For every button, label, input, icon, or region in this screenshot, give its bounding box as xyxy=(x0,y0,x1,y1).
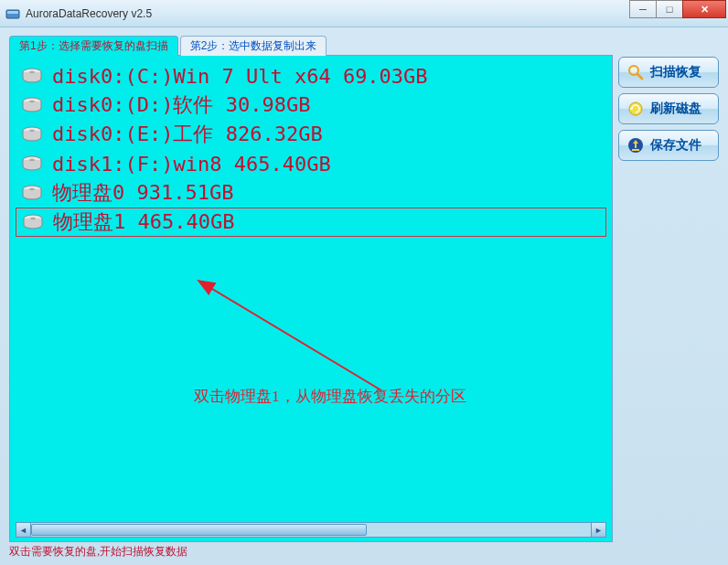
list-item[interactable]: disk0:(D:)软件 30.98GB xyxy=(16,91,606,120)
scroll-left-button[interactable]: ◄ xyxy=(16,522,31,538)
annotation-text: 双击物理盘1，从物理盘恢复丢失的分区 xyxy=(194,386,466,407)
svg-point-11 xyxy=(29,188,35,190)
svg-point-3 xyxy=(29,71,35,73)
svg-point-9 xyxy=(29,159,35,161)
save-icon xyxy=(626,136,645,155)
svg-point-18 xyxy=(631,68,637,73)
svg-point-7 xyxy=(29,130,35,132)
window-title: AuroraDataRecovery v2.5 xyxy=(26,7,728,20)
main-panel: 第1步：选择需要恢复的盘扫描 第2步：选中数据复制出来 disk0:(C:)Wi… xyxy=(9,35,613,542)
svg-point-5 xyxy=(29,101,35,102)
scan-button-label: 扫描恢复 xyxy=(650,64,701,80)
svg-line-15 xyxy=(198,281,381,390)
tab-step1-label: 第1步：选择需要恢复的盘扫描 xyxy=(19,38,168,54)
window-controls: ─ □ ✕ xyxy=(630,0,726,18)
disk-label: disk0:(C:)Win 7 Ult x64 69.03GB xyxy=(52,65,428,88)
disk-icon xyxy=(22,214,44,230)
close-button[interactable]: ✕ xyxy=(682,0,726,18)
svg-point-13 xyxy=(30,218,36,219)
scroll-track[interactable] xyxy=(31,522,591,538)
tabs: 第1步：选择需要恢复的盘扫描 第2步：选中数据复制出来 xyxy=(9,35,613,55)
list-item[interactable]: disk1:(F:)win8 465.40GB xyxy=(16,149,606,178)
disk-label: 物理盘1 465.40GB xyxy=(53,208,234,236)
scan-recover-button[interactable]: 扫描恢复 xyxy=(618,57,719,88)
magnifier-icon xyxy=(626,63,645,81)
status-bar: 双击需要恢复的盘,开始扫描恢复数据 xyxy=(9,542,719,559)
disk-icon xyxy=(21,126,43,143)
disk-icon xyxy=(21,185,43,201)
refresh-icon xyxy=(626,100,645,118)
list-item[interactable]: disk0:(C:)Win 7 Ult x64 69.03GB xyxy=(16,61,606,91)
tab-step1[interactable]: 第1步：选择需要恢复的盘扫描 xyxy=(9,36,178,56)
tab-step2[interactable]: 第2步：选中数据复制出来 xyxy=(180,36,327,56)
tab-step2-label: 第2步：选中数据复制出来 xyxy=(190,38,317,54)
annotation-arrow-icon xyxy=(189,272,400,400)
refresh-button-label: 刷新磁盘 xyxy=(650,101,701,117)
disk-list: disk0:(C:)Win 7 Ult x64 69.03GB disk0:(D… xyxy=(16,61,606,518)
disk-icon xyxy=(21,68,43,84)
svg-line-17 xyxy=(637,74,642,79)
disk-icon xyxy=(21,97,43,113)
list-item[interactable]: 物理盘0 931.51GB xyxy=(16,178,606,208)
disk-label: 物理盘0 931.51GB xyxy=(52,179,233,207)
disk-label: disk0:(D:)软件 30.98GB xyxy=(52,91,310,119)
disk-label: disk1:(F:)win8 465.40GB xyxy=(52,153,331,176)
refresh-disk-button[interactable]: 刷新磁盘 xyxy=(618,93,719,124)
list-item[interactable]: disk0:(E:)工作 826.32GB xyxy=(16,120,606,149)
disk-icon xyxy=(21,155,43,172)
scroll-thumb[interactable] xyxy=(31,524,367,536)
list-item[interactable]: 物理盘1 465.40GB xyxy=(16,208,606,237)
svg-rect-23 xyxy=(632,149,639,151)
save-button-label: 保存文件 xyxy=(650,137,701,154)
disk-label: disk0:(E:)工作 826.32GB xyxy=(52,121,323,148)
minimize-button[interactable]: ─ xyxy=(629,0,657,18)
save-file-button[interactable]: 保存文件 xyxy=(618,130,719,161)
maximize-button[interactable]: □ xyxy=(656,0,683,18)
app-icon xyxy=(5,6,20,21)
scroll-right-button[interactable]: ► xyxy=(591,522,606,538)
svg-rect-1 xyxy=(7,11,18,14)
action-panel: 扫描恢复 刷新磁盘 保存文件 xyxy=(618,35,719,542)
titlebar: AuroraDataRecovery v2.5 ─ □ ✕ xyxy=(0,0,728,27)
horizontal-scrollbar[interactable]: ◄ ► xyxy=(16,522,606,538)
tab-content: disk0:(C:)Win 7 Ult x64 69.03GB disk0:(D… xyxy=(9,55,613,542)
status-text: 双击需要恢复的盘,开始扫描恢复数据 xyxy=(9,545,187,558)
